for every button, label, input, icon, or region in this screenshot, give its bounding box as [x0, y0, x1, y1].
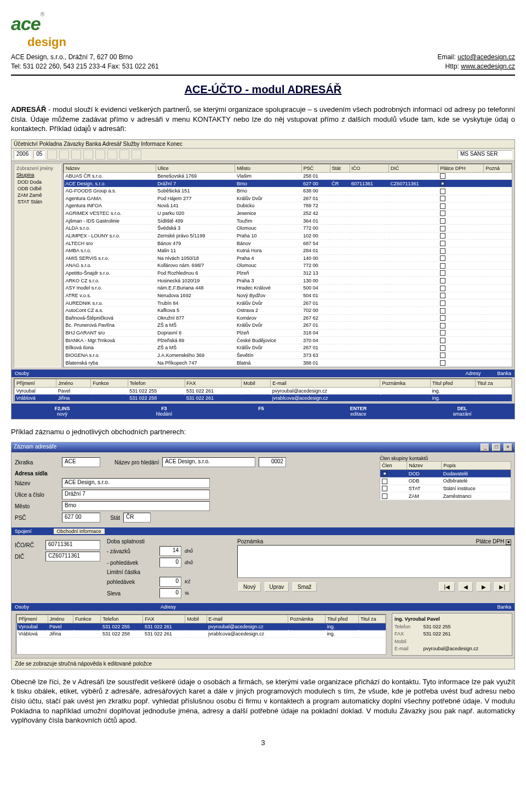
zav-input[interactable]: 14	[159, 546, 181, 556]
table-row[interactable]: Apetitto-Šnajdr s.r.o.Pod Rozhlednou 6Pl…	[64, 269, 512, 277]
web-label: Http:	[445, 63, 461, 70]
toolbar-button[interactable]	[47, 150, 57, 160]
tab-osoby[interactable]: Osoby	[15, 371, 29, 376]
nazev-input[interactable]: ACE Design, s.r.o.	[62, 478, 210, 488]
menubar[interactable]: Účetnictví Pokladna Závazky Banka Adresá…	[12, 140, 514, 149]
table-row[interactable]: Bc. Prunerová PavlínaZŠ a MŠKrálův Dvůr2…	[64, 322, 512, 330]
table-row[interactable]: ATRE v.o.s.Nerudova 1692Nový Bydžov504 0…	[64, 292, 512, 299]
persons-grid[interactable]: PříjmeníJménoFunkceTelefonFAXMobilE-mail…	[14, 378, 512, 402]
nav-next-icon[interactable]: ▶	[477, 582, 491, 592]
toolbar-button[interactable]	[59, 150, 69, 160]
table-row[interactable]: ACE Design, s.r.o.Drážní 7Brno627 00ČR60…	[64, 180, 512, 188]
contact-list[interactable]: NázevUliceMěstoPSČStátIČODIČPlátce DPHPo…	[63, 163, 512, 367]
platce-dph-checkbox[interactable]	[506, 540, 511, 545]
tab-banka-2[interactable]: Banka	[497, 604, 511, 610]
sidebar-item[interactable]: ODB Odbě	[16, 185, 58, 192]
table-row[interactable]: Blatenská rybaNa Příkopech 747Blatná388 …	[64, 359, 512, 367]
toolbar-button[interactable]	[95, 150, 105, 160]
lim-input[interactable]: 0	[159, 577, 181, 587]
nav-last-icon[interactable]: ▶|	[494, 582, 510, 592]
sidebar-groups[interactable]: Zobrazení jmény Skupina DOD DodaODB Odbě…	[14, 163, 61, 367]
table-row[interactable]: VyroubalPavel531 022 255531 022 261pvyro…	[15, 387, 512, 394]
dic-input[interactable]: CZ60711361	[45, 552, 100, 561]
table-row[interactable]: AMBA s.r.o.Malin 11Kutná Hora284 01	[64, 247, 512, 254]
table-row[interactable]: VyroubalPavel531 022 255531 022 261pvyro…	[17, 623, 386, 631]
table-row[interactable]: ANAG s.r.o.Kollárovo nám. 698/7Olomouc77…	[64, 262, 512, 270]
table-row[interactable]: AutoCont CZ a.s.Kafkova 5Ostrava 2702 00	[64, 306, 512, 314]
table-row[interactable]: DODDodavatelé	[380, 470, 511, 478]
mesto-input[interactable]: Brno	[62, 501, 210, 511]
toolbar-button[interactable]	[83, 150, 93, 160]
toolbar-font[interactable]: MS SANS SER	[458, 150, 512, 159]
tab-adresy[interactable]: Adresy	[465, 371, 481, 376]
toolbar-button[interactable]	[71, 150, 81, 160]
table-row[interactable]: ODBOdběratelé	[380, 478, 511, 485]
poznamka-textarea[interactable]	[237, 545, 511, 578]
ulice-input[interactable]: Drážní 7	[62, 490, 210, 499]
novy-button[interactable]: Nový	[238, 582, 261, 592]
menubar-items[interactable]: Účetnictví Pokladna Závazky Banka Adresá…	[14, 141, 182, 147]
info-tabs[interactable]: Spojení Obchodní informace	[12, 527, 514, 535]
table-row[interactable]: AMIS SERVIS s.r.o.Na nívách 1050/18Praha…	[64, 254, 512, 262]
table-row[interactable]: Bílková IlonaZŠ a MŠKrálův Dvůr267 01	[64, 344, 512, 352]
table-row[interactable]: BIOGENA s.r.o.J.A.Komenského 369Ševětín3…	[64, 351, 512, 359]
cislo-input[interactable]: 0002	[259, 457, 286, 467]
zkratka-input[interactable]: ACE	[62, 457, 100, 467]
sleva-input[interactable]: 0	[159, 588, 181, 598]
maximize-icon[interactable]: □	[492, 444, 501, 451]
tab-banka[interactable]: Banka	[497, 371, 511, 376]
table-row[interactable]: Agentura GAMAPod Hájem 277Králův Dvůr267…	[64, 195, 512, 202]
table-row[interactable]: AGRIMEX VESTEC s.r.o.U parku 020Jesenice…	[64, 209, 512, 217]
pohl-input[interactable]: 0	[159, 558, 181, 567]
web-link[interactable]: www.acedesign.cz	[461, 63, 515, 70]
toolbar-button[interactable]	[119, 150, 129, 160]
lim-sub-label: pohledávek	[107, 579, 156, 585]
table-row[interactable]: ALDA s.r.o.Švédská 3Olomouc772 00	[64, 225, 512, 232]
table-row[interactable]: ZAMZaměstnanci	[380, 492, 511, 500]
toolbar-button[interactable]	[107, 150, 117, 160]
psc-input[interactable]: 627 00	[62, 513, 100, 523]
toolbar-button[interactable]	[132, 150, 141, 160]
table-row[interactable]: BIANKA - Mgr.TrnkováPlzeňská 89České Bud…	[64, 337, 512, 344]
person-card: ing. Vyroubal Pavel Telefon 531 022 255F…	[392, 613, 512, 656]
table-row[interactable]: BHJ GARANT sroDopravní 6Plzeň318 04	[64, 329, 512, 337]
caption-2: Příklad záznamu o jednotlivých obchodníc…	[11, 427, 515, 437]
table-row[interactable]: ABUAS ČR s.r.o.Benešovská 1769Vlašim258 …	[64, 172, 512, 180]
tab-spojeni[interactable]: Spojení	[15, 529, 32, 534]
table-row[interactable]: Bařinová-ŠtěpničkováOkružní 877Komárov26…	[64, 314, 512, 322]
table-row[interactable]: VráblováJiřina531 022 258531 022 261jvra…	[17, 631, 386, 638]
table-row[interactable]: AG-FOODS Group a.s.Soběšická 151Brno638 …	[64, 187, 512, 195]
toolbar-month[interactable]: 05	[33, 150, 45, 159]
smaz-button[interactable]: Smaž	[293, 582, 317, 592]
table-row[interactable]: VráblováJiřina531 022 258531 022 261jvra…	[15, 394, 512, 401]
ico-input[interactable]: 60711361	[45, 540, 100, 550]
uprav-button[interactable]: Uprav	[265, 582, 289, 592]
table-row[interactable]: ARKO CZ s.r.o.Husinecká 1020/19Praha 313…	[64, 277, 512, 285]
sidebar-item[interactable]: DOD Doda	[16, 179, 58, 185]
table-row[interactable]: AUREDNIK s.r.o.Trubín 84Králův Dvůr267 0…	[64, 299, 512, 307]
table-row[interactable]: ALTECH sroBánov 479Bánov687 54	[64, 240, 512, 247]
table-row[interactable]: ASY model s.r.o.nám.E.F.Buriana 448Hrade…	[64, 285, 512, 292]
close-icon[interactable]: ×	[504, 444, 512, 451]
company-phone: Tel: 531 022 260, 543 215 233-4 Fax: 531…	[11, 62, 159, 71]
subpanel-tabs-2[interactable]: Osoby Adresy Banka	[12, 603, 514, 611]
tab-adresy-2[interactable]: Adresy	[161, 604, 176, 610]
nazev-hledani-input[interactable]: ACE Design, s.r.o.	[162, 457, 255, 467]
sidebar-item[interactable]: ZAM Zamě	[16, 192, 58, 198]
toolbar-year[interactable]: 2006	[14, 150, 31, 159]
tab-obch-info[interactable]: Obchodní informace	[54, 529, 105, 534]
sidebar-item[interactable]: STAT Státn	[16, 198, 58, 205]
nav-first-icon[interactable]: |◀	[439, 582, 455, 592]
table-row[interactable]: Agentura INFOANová 141Dubicko789 72	[64, 202, 512, 210]
table-row[interactable]: Ajšman - IDS GastrolinieSídliště 489Touž…	[64, 217, 512, 225]
email-link[interactable]: ucto@acedesign.cz	[458, 53, 515, 61]
persons-grid-2[interactable]: PříjmeníJménoFunkceTelefonFAXMobilE-mail…	[16, 614, 386, 655]
table-row[interactable]: ALIMPEX - LOUNY s.r.o.Zemské právo 5/119…	[64, 232, 512, 240]
table-row[interactable]: STATStátní instituce	[380, 485, 511, 492]
nav-prev-icon[interactable]: ◀	[459, 582, 473, 592]
tab-osoby-2[interactable]: Osoby	[15, 604, 29, 610]
subpanel-tabs[interactable]: Osoby Adresy Banka	[12, 370, 514, 377]
stat-input[interactable]: ČR	[123, 513, 151, 523]
toolbar[interactable]: 2006 05 MS SANS SER	[12, 149, 514, 161]
minimize-icon[interactable]: _	[481, 444, 489, 451]
